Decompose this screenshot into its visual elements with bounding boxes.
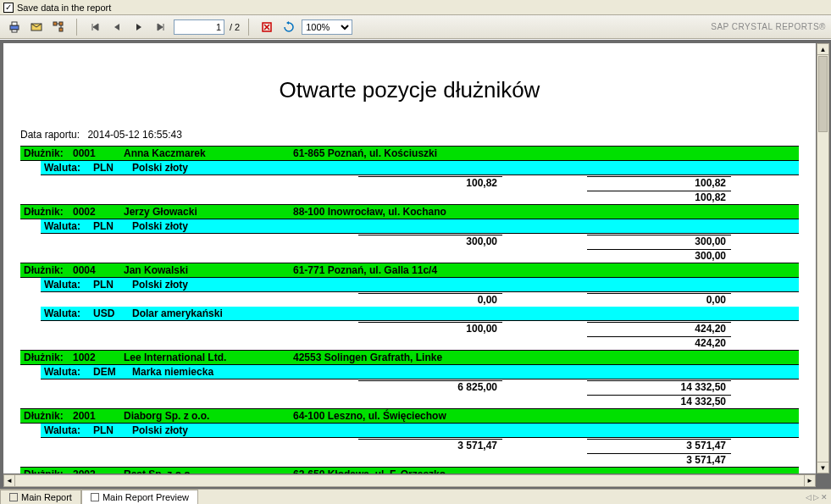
debtor-label: Dłużnik: [24,468,73,474]
currency-name: Polski złoty [132,424,795,436]
currency-name: Polski złoty [132,220,795,232]
amount-col2: 14 332,50 [587,380,731,393]
horizontal-scrollbar[interactable]: ◄ ► [3,474,816,487]
debtor-name: Lee International Ltd. [124,352,293,363]
tab-next-icon[interactable]: ▷ [813,493,819,501]
tab-label: Main Report Preview [102,492,189,502]
debtor-row: Dłużnik:0002Jerzy Głowacki88-100 Inowroc… [20,204,799,219]
scroll-right-icon[interactable]: ► [804,475,815,486]
currency-row: Waluta:USDDolar amerykański [41,307,799,321]
first-page-button[interactable] [86,18,104,36]
scroll-thumb[interactable] [818,56,828,132]
amount-row: 100,00424,20 [20,321,799,335]
debtor-code: 2002 [73,468,124,474]
debtor-code: 2001 [73,410,124,422]
amount-col1: 3 571,47 [358,439,502,451]
currency-name: Polski złoty [132,279,795,291]
refresh-button[interactable] [280,18,298,36]
total-row: x300,00 [20,248,799,263]
currency-label: Waluta: [44,424,93,436]
debtor-name: Jerzy Głowacki [124,206,293,218]
total-row: x3 571,47 [20,452,799,467]
debtor-code: 1002 [73,352,124,363]
zoom-select[interactable]: 100% [302,19,352,35]
debtor-label: Dłużnik: [24,410,73,422]
next-page-button[interactable] [130,18,148,36]
svg-rect-2 [12,30,17,32]
svg-rect-5 [59,22,63,25]
scroll-up-icon[interactable]: ▲ [817,44,828,55]
top-bar: ✓ Save data in the report [0,0,831,15]
currency-row: Waluta:PLNPolski złoty [41,278,799,292]
amount-col1: 100,00 [358,322,502,335]
tab-close-icon[interactable]: ✕ [821,493,828,501]
currency-code: PLN [93,220,132,232]
debtor-address: 61-865 Poznań, ul. Kościuszki [293,147,795,159]
debtor-address: 62-650 Kłodawa, ul. F. Orzeszko [293,468,795,474]
prev-page-button[interactable] [108,18,126,36]
report-date-value: 2014-05-12 16:55:43 [87,129,181,141]
amount-col1: 300,00 [358,235,502,247]
tree-button[interactable] [49,18,68,36]
amount-col1: 100,82 [358,176,502,189]
page-number-input[interactable] [174,19,224,35]
last-page-button[interactable] [152,18,170,36]
debtor-row: Dłużnik:1002Lee International Ltd.42553 … [20,350,799,365]
debtor-address: 64-100 Leszno, ul. Święciechow [293,410,795,422]
amount-col2: 424,20 [587,322,731,335]
total-row: x100,82 [20,190,799,204]
currency-label: Waluta: [44,220,93,232]
currency-code: PLN [93,162,132,174]
currency-row: Waluta:PLNPolski złoty [41,161,799,175]
tab-main-report[interactable]: Main Report [0,490,81,504]
amount-col1: 6 825,00 [358,380,502,393]
debtor-code: 0001 [73,147,124,159]
debtor-name: Anna Kaczmarek [124,147,293,159]
currency-name: Dolar amerykański [132,307,795,319]
amount-row: 3 571,473 571,47 [20,438,799,452]
separator [76,19,77,36]
total-row: x424,20 [20,335,799,350]
checkbox-icon: ✓ [3,3,14,13]
currency-row: Waluta:PLNPolski złoty [41,424,799,438]
currency-name: Polski złoty [132,162,795,174]
tab-label: Main Report [21,492,72,502]
tab-prev-icon[interactable]: ◁ [806,493,812,501]
print-button[interactable] [5,18,24,36]
amount-row: 6 825,0014 332,50 [20,379,799,394]
tab-icon [9,493,18,501]
toolbar: / 2 100% SAP CRYSTAL REPORTS® [0,15,831,39]
debtor-row: Dłużnik:2001Diaborg Sp. z o.o.64-100 Les… [20,408,799,424]
svg-rect-4 [53,22,57,25]
debtor-row: Dłużnik:0001Anna Kaczmarek61-865 Poznań,… [20,146,799,161]
svg-rect-0 [10,25,19,30]
svg-rect-1 [12,22,17,25]
currency-name: Marka niemiecka [132,366,795,378]
debtor-name: Jan Kowalski [124,264,293,276]
amount-col2: 300,00 [587,235,731,247]
stop-button[interactable] [258,18,276,36]
tab-bar: Main Report Main Report Preview ◁ ▷ ✕ [0,489,831,504]
save-data-checkbox[interactable]: ✓ Save data in the report [3,3,111,13]
total-value: 14 332,50 [587,395,731,407]
debtor-label: Dłużnik: [24,352,73,363]
report-viewer: Otwarte pozycje dłużników Data raportu: … [0,39,831,489]
debtor-code: 0004 [73,264,124,276]
currency-label: Waluta: [44,162,93,174]
amount-col2: 3 571,47 [587,439,731,451]
debtor-code: 0002 [73,206,124,218]
debtor-address: 61-771 Poznań, ul. Galla 11c/4 [293,264,795,276]
export-button[interactable] [27,18,46,36]
total-value: 100,82 [587,191,731,203]
amount-col2: 100,82 [587,176,731,189]
currency-code: PLN [93,424,132,436]
debtor-label: Dłużnik: [24,147,73,159]
scroll-left-icon[interactable]: ◄ [4,475,15,486]
currency-row: Waluta:PLNPolski złoty [41,219,799,234]
debtor-name: Diaborg Sp. z o.o. [124,410,293,422]
total-value: 300,00 [587,249,731,262]
scroll-down-icon[interactable]: ▼ [817,462,828,473]
vertical-scrollbar[interactable]: ▲ ▼ [817,43,829,474]
report-page: Otwarte pozycje dłużników Data raportu: … [3,43,816,474]
tab-main-report-preview[interactable]: Main Report Preview [81,490,198,504]
